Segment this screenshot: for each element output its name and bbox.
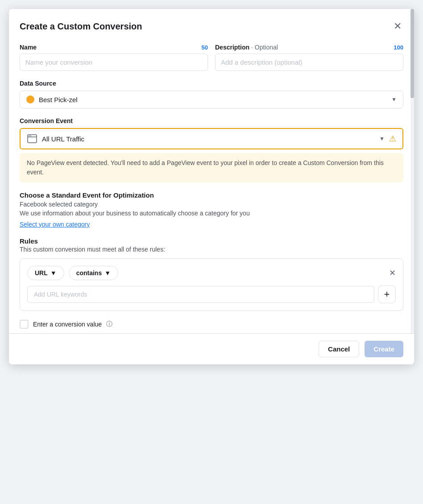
data-source-chevron: ▼ <box>391 96 397 103</box>
conversion-value-checkbox[interactable] <box>20 320 29 329</box>
data-source-dot <box>26 95 34 103</box>
info-icon: ⓘ <box>106 320 112 328</box>
name-description-row: Name 50 Description · Optional 100 <box>20 44 403 71</box>
conversion-value-row: Enter a conversion value ⓘ <box>20 320 403 329</box>
name-label-row: Name 50 <box>20 44 208 51</box>
select-category-link[interactable]: Select your own category <box>20 221 90 228</box>
rules-section: Rules This custom conversion must meet a… <box>20 237 403 311</box>
data-source-left: Best Pick-zel <box>26 95 78 103</box>
scrollbar-track[interactable] <box>411 9 414 364</box>
url-label: URL <box>35 269 48 277</box>
warning-icon: ⚠ <box>389 134 396 144</box>
warning-text: No PageView event detected. You'll need … <box>27 159 384 176</box>
standard-event-subtitle: Facebook selected category <box>20 201 403 208</box>
conversion-value-label: Enter a conversion value <box>33 321 102 328</box>
modal-footer: Cancel Create <box>9 333 414 364</box>
conversion-event-left: All URL Traffic <box>27 133 84 144</box>
description-char-count: 100 <box>394 44 403 51</box>
modal-title: Create a Custom Conversion <box>20 21 142 32</box>
rules-title: Rules <box>20 237 403 245</box>
name-group: Name 50 <box>20 44 208 71</box>
description-optional: · Optional <box>251 44 278 51</box>
cancel-button[interactable]: Cancel <box>319 341 359 357</box>
conversion-event-dropdown[interactable]: All URL Traffic ▼ ⚠ <box>20 128 403 149</box>
conversion-event-value: All URL Traffic <box>42 135 84 143</box>
url-chevron: ▼ <box>50 269 57 277</box>
standard-event-section: Choose a Standard Event for Optimization… <box>20 191 403 228</box>
svg-point-3 <box>30 136 31 136</box>
rules-box: URL ▼ contains ▼ ✕ + <box>20 258 403 311</box>
data-source-label: Data Source <box>20 80 403 87</box>
description-input[interactable] <box>215 54 403 71</box>
add-keyword-button[interactable]: + <box>378 285 396 303</box>
contains-label: contains <box>76 269 102 277</box>
description-group: Description · Optional 100 <box>215 44 403 71</box>
url-dropdown[interactable]: URL ▼ <box>27 266 64 280</box>
rule-close-button[interactable]: ✕ <box>389 268 396 278</box>
rules-subtitle: This custom conversion must meet all of … <box>20 246 403 253</box>
description-label-row-inner: Description · Optional <box>215 44 278 51</box>
standard-event-description: We use information about your business t… <box>20 210 403 217</box>
conversion-event-chevron: ▼ <box>379 136 385 142</box>
create-custom-conversion-modal: Create a Custom Conversion ✕ Name 50 Des… <box>9 9 414 364</box>
contains-dropdown[interactable]: contains ▼ <box>69 266 118 280</box>
scrollbar-thumb[interactable] <box>411 9 414 98</box>
name-char-count: 50 <box>202 44 208 51</box>
close-button[interactable]: ✕ <box>392 20 403 33</box>
modal-header: Create a Custom Conversion ✕ <box>20 20 403 33</box>
name-input[interactable] <box>20 54 208 71</box>
svg-point-2 <box>29 136 30 136</box>
create-button[interactable]: Create <box>365 341 403 357</box>
name-label: Name <box>20 44 37 51</box>
conversion-event-label: Conversion Event <box>20 117 403 124</box>
keyword-row: + <box>27 285 396 303</box>
data-source-dropdown[interactable]: Best Pick-zel ▼ <box>20 91 403 108</box>
warning-box: No PageView event detected. You'll need … <box>20 153 403 182</box>
standard-event-title: Choose a Standard Event for Optimization <box>20 191 403 199</box>
conversion-event-right: ▼ ⚠ <box>379 134 396 144</box>
description-label-row: Description · Optional 100 <box>215 44 403 51</box>
data-source-value: Best Pick-zel <box>39 96 78 103</box>
contains-chevron: ▼ <box>104 269 111 277</box>
browser-icon <box>27 133 37 144</box>
description-label: Description <box>215 44 249 51</box>
rules-dropdowns-row: URL ▼ contains ▼ ✕ <box>27 266 396 280</box>
keyword-input[interactable] <box>27 286 374 303</box>
